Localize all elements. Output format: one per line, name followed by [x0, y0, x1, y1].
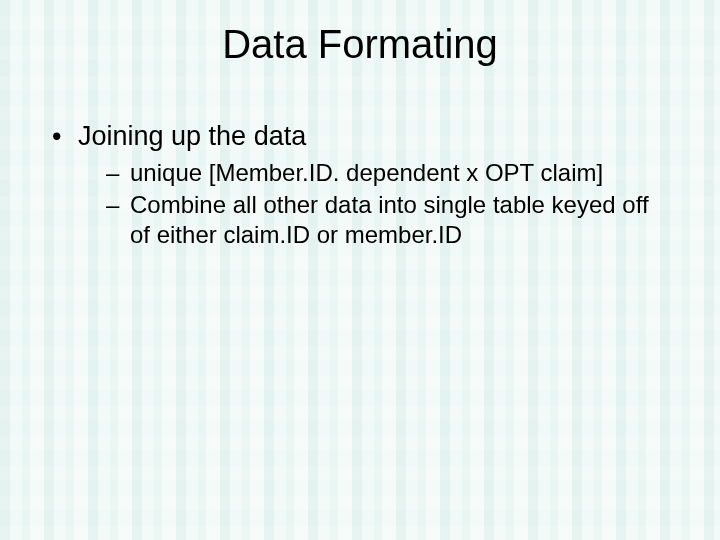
bullet-list-level1: Joining up the data unique [Member.ID. d… — [50, 120, 660, 250]
bullet-item: Joining up the data unique [Member.ID. d… — [50, 120, 660, 250]
slide: Data Formating Joining up the data uniqu… — [0, 0, 720, 540]
slide-title: Data Formating — [0, 22, 720, 67]
bullet-list-level2: unique [Member.ID. dependent x OPT claim… — [78, 158, 660, 250]
sub-bullet-text: unique [Member.ID. dependent x OPT claim… — [130, 159, 603, 186]
bullet-text: Joining up the data — [78, 121, 306, 151]
sub-bullet-item: unique [Member.ID. dependent x OPT claim… — [106, 158, 660, 188]
slide-body: Joining up the data unique [Member.ID. d… — [50, 120, 660, 256]
sub-bullet-text: Combine all other data into single table… — [130, 191, 649, 248]
sub-bullet-item: Combine all other data into single table… — [106, 190, 660, 250]
